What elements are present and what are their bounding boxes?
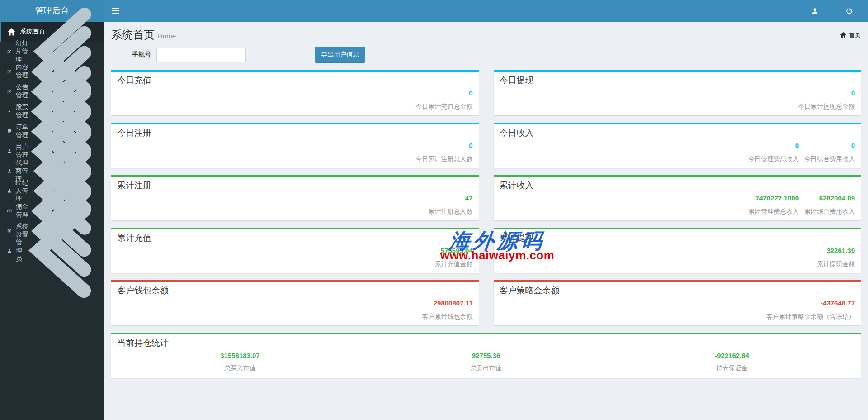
stat-card-today-recharge: 今日充值 0 今日累计充值总金额: [111, 70, 479, 115]
card-title: 客户策略金余额: [500, 285, 855, 296]
card-caption: 今日累计充值总金额: [117, 103, 473, 111]
edit-icon: [7, 69, 12, 74]
card-title: 当前持仓统计: [117, 337, 855, 349]
edit-icon: [7, 89, 12, 94]
card-caption: 累计充值金额: [117, 260, 473, 269]
card-caption: 累计提现金额: [500, 260, 855, 269]
stat-card-strategy-balance: 客户策略金余额 -437648.77 客户累计策略金余额（含冻结）: [494, 280, 861, 325]
user-menu-button[interactable]: [806, 0, 824, 22]
card-value: 47: [117, 194, 473, 202]
stat-card-wallet-balance: 客户钱包余额 29800807.11 客户累计钱包余额: [111, 280, 479, 325]
phone-input[interactable]: [156, 48, 246, 62]
card-value: 6282004.09: [804, 194, 855, 202]
card-title: 累计收入: [500, 180, 855, 191]
card-caption: 累计管理费总收入: [748, 208, 799, 216]
user-icon: [7, 189, 11, 193]
page-subtitle: Home: [158, 32, 176, 40]
user-icon: [7, 248, 12, 253]
card-caption: 今日累计提现总金额: [500, 103, 855, 111]
card-title: 累计提现: [500, 232, 855, 244]
content-header: 系统首页Home 首页: [104, 22, 868, 42]
card-value: 92755.36: [363, 352, 609, 359]
sidebar-item-label: 用户管理: [16, 143, 28, 159]
card-title: 累计注册: [117, 180, 473, 191]
card-value: 29800807.11: [117, 299, 473, 307]
bolt-icon: [7, 109, 12, 114]
sidebar-item-admins[interactable]: 管理员: [0, 241, 104, 261]
card-value: -437648.77: [500, 299, 855, 307]
sidebar-item-label: 内容管理: [16, 63, 28, 80]
user-icon: [7, 169, 11, 173]
card-value: 0: [117, 89, 473, 97]
power-icon: [846, 8, 853, 14]
stat-card-total-recharge: 累计充值 575595.04 累计充值金额: [111, 228, 479, 273]
sidebar-toggle-button[interactable]: [104, 0, 127, 22]
stat-sub: 6282004.09 累计综合费用收入: [804, 194, 855, 216]
page-title: 系统首页Home: [111, 28, 176, 42]
edit-icon: [7, 49, 11, 53]
stat-card-today-income: 今日收入 0 今日管理费总收入 0 今日综合费用收入: [494, 123, 861, 168]
home-icon: [7, 28, 16, 36]
card-caption: 今日综合费用收入: [804, 155, 855, 164]
card-value: -922162.84: [609, 352, 855, 359]
card-title: 客户钱包余额: [117, 285, 473, 296]
card-title: 今日提现: [500, 75, 855, 86]
card-caption: 累计注册总人数: [117, 208, 473, 216]
hamburger-icon: [112, 8, 119, 9]
card-caption: 总卖出市值: [363, 364, 609, 372]
stat-cards: 今日充值 0 今日累计充值总金额 今日提现 0 今日累计提现总金额 今日注册 0…: [104, 70, 868, 378]
phone-label: 手机号: [132, 51, 151, 59]
navbar-right: [806, 0, 858, 22]
book-icon: [7, 129, 12, 134]
sidebar-item-label: 订单管理: [16, 123, 28, 139]
money-icon: [7, 209, 12, 213]
stat-card-total-register: 累计注册 47 累计注册总人数: [111, 175, 479, 220]
sidebar-item-label: 股票管理: [16, 103, 28, 119]
card-value: 575595.04: [117, 247, 473, 254]
chevron-left-icon: [26, 201, 97, 300]
card-title: 今日收入: [500, 127, 855, 139]
card-value: 0: [500, 89, 855, 97]
stat-sub: 92755.36 总卖出市值: [363, 352, 609, 372]
card-title: 今日注册: [117, 127, 473, 139]
stat-card-total-withdraw: 累计提现 32261.39 累计提现金额: [494, 228, 861, 273]
stat-sub: -922162.84 持仓保证金: [609, 352, 855, 372]
export-users-button[interactable]: 导出用户信息: [315, 47, 365, 63]
card-caption: 总买入市值: [117, 364, 363, 372]
card-caption: 客户累计策略金余额（含冻结）: [500, 313, 855, 321]
stat-card-today-register: 今日注册 0 今日累计注册总人数: [111, 123, 479, 168]
card-caption: 客户累计钱包余额: [117, 313, 473, 321]
card-value: 0: [748, 142, 799, 149]
breadcrumb[interactable]: 首页: [840, 31, 861, 39]
gear-icon: [7, 229, 12, 233]
breadcrumb-home-label: 首页: [849, 31, 861, 39]
card-title: 今日充值: [117, 75, 473, 86]
user-icon: [811, 8, 818, 14]
navbar-main: [104, 0, 868, 22]
search-form: 手机号 导出用户信息: [111, 47, 861, 63]
main-content: 系统首页Home 首页 手机号 导出用户信息 今日充值 0 今日累计充值总金额 …: [104, 22, 868, 420]
card-caption: 今日管理费总收入: [748, 155, 799, 164]
card-value: 7470227.1000: [748, 194, 799, 202]
sidebar-item-label: 管理员: [16, 239, 26, 263]
top-navbar: 管理后台: [0, 0, 868, 22]
stat-sub: 0 今日管理费总收入: [748, 142, 799, 164]
stat-sub: 7470227.1000 累计管理费总收入: [748, 194, 799, 216]
card-caption: 累计综合费用收入: [804, 208, 855, 216]
card-caption: 持仓保证金: [609, 364, 855, 372]
card-value: 32261.39: [500, 247, 855, 254]
user-icon: [7, 149, 12, 153]
card-value: 0: [804, 142, 855, 149]
home-icon: [840, 32, 847, 38]
sidebar-item-label: 公告管理: [16, 83, 28, 100]
card-title: 累计充值: [117, 232, 473, 244]
stat-card-today-withdraw: 今日提现 0 今日累计提现总金额: [494, 70, 861, 115]
stat-card-position-stats: 当前持仓统计 31558183.07 总买入市值 92755.36 总卖出市值 …: [111, 333, 861, 378]
stat-card-total-income: 累计收入 7470227.1000 累计管理费总收入 6282004.09 累计…: [494, 175, 861, 220]
card-value: 0: [117, 142, 473, 149]
stat-sub: 0 今日综合费用收入: [804, 142, 855, 164]
card-caption: 今日累计注册总人数: [117, 155, 473, 164]
card-value: 31558183.07: [117, 352, 363, 359]
logout-button[interactable]: [840, 0, 858, 22]
stat-sub: 31558183.07 总买入市值: [117, 352, 363, 372]
